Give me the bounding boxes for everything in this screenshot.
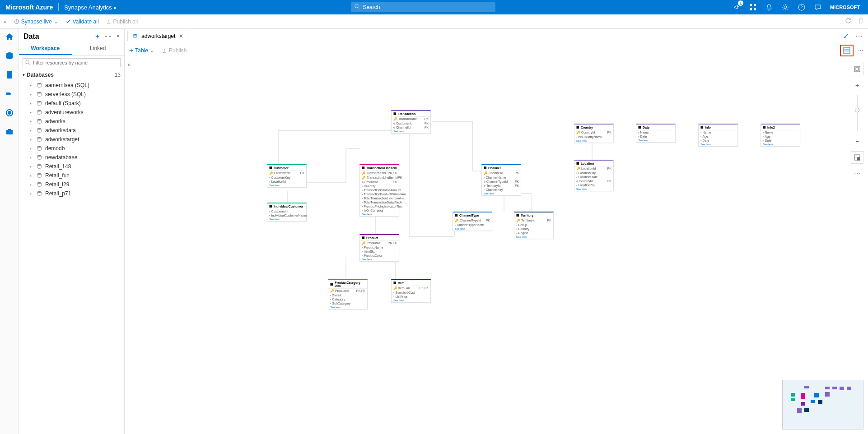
svg-line-1 bbox=[358, 7, 359, 9]
more-canvas-icon[interactable]: ⋯ bbox=[851, 167, 863, 180]
entity-country[interactable]: ▦Country 🔑CountryIdPK ▫IsoCountryName Se… bbox=[574, 124, 614, 143]
see-less-link[interactable]: See less bbox=[574, 187, 613, 191]
nav-manage[interactable] bbox=[3, 125, 16, 138]
fit-view-button[interactable] bbox=[851, 63, 863, 75]
db-item[interactable]: ▸adworkstarget bbox=[19, 135, 124, 144]
publish-button[interactable]: Publish bbox=[162, 47, 187, 54]
svg-point-6 bbox=[784, 6, 787, 9]
see-less-link[interactable]: See less bbox=[453, 227, 492, 231]
entity-customer[interactable]: ▦Customer 🔑CustomerIdPK ▫CustomerKey ▫Lo… bbox=[267, 164, 307, 188]
workspace-mode-selector[interactable]: Synapse live ⌄ bbox=[14, 18, 58, 25]
table-icon: ▦ bbox=[455, 213, 458, 217]
properties-button[interactable] bbox=[840, 45, 854, 56]
db-item[interactable]: ▸aamerrilsea (SQL) bbox=[19, 81, 124, 90]
entity-channel[interactable]: ▦Channel 🔑ChannelIdPK ▫ChannelName ⎆Chan… bbox=[481, 164, 521, 196]
svg-rect-32 bbox=[856, 68, 859, 70]
zoom-slider[interactable] bbox=[857, 95, 858, 131]
minimap[interactable] bbox=[782, 380, 863, 429]
db-item[interactable]: ▸adworks bbox=[19, 117, 124, 126]
entity-location[interactable]: ▦Location 🔑LocationIdPK ▫LocationCity ▫L… bbox=[574, 160, 614, 191]
more-icon[interactable]: ⋯ bbox=[855, 32, 863, 40]
expand-all-icon[interactable]: ⌄⌄ bbox=[104, 32, 112, 41]
search-input[interactable] bbox=[363, 4, 492, 10]
zoom-out-button[interactable]: − bbox=[851, 135, 863, 148]
diagram-canvas[interactable]: » ▦Transaction 🔑TransactionIdPK ⎆Custome… bbox=[125, 58, 868, 434]
entity-item[interactable]: ▦Item 🔑ItemSkuPK,FK ▫StandardCost ▫ListP… bbox=[391, 279, 431, 303]
caret-right-icon: ▸ bbox=[30, 111, 33, 115]
bell-icon[interactable] bbox=[765, 3, 773, 11]
entity-productcategorydim[interactable]: ▦ProductCategory Dim 🔑ProductIdPK,FK ▫St… bbox=[328, 279, 368, 309]
db-item[interactable]: ▸default (Spark) bbox=[19, 99, 124, 108]
db-item[interactable]: ▸adworksdata bbox=[19, 126, 124, 135]
entity-transactionlineitem[interactable]: ▦TransactionLineItem 🔑TransactionIdPK,FK… bbox=[359, 164, 399, 217]
entity-info2[interactable]: ▦Info2 ▫Name ▫Age ▫Date See less bbox=[761, 124, 800, 147]
see-less-link[interactable]: See less bbox=[360, 258, 399, 261]
tab-workspace[interactable]: Workspace bbox=[19, 42, 72, 55]
entity-territory[interactable]: ▦Territory 🔑TerritoryIdPK ▫Group ▫Countr… bbox=[514, 212, 554, 239]
open-tab[interactable]: adworkstarget ✕ bbox=[127, 31, 188, 41]
nav-home[interactable] bbox=[3, 31, 16, 43]
delete-icon[interactable] bbox=[857, 17, 864, 26]
db-item[interactable]: ▸Retail_fun bbox=[19, 171, 124, 180]
see-less-link[interactable]: See less bbox=[392, 299, 430, 302]
filter-input[interactable] bbox=[23, 58, 121, 67]
zoom-handle[interactable] bbox=[855, 108, 859, 112]
validate-all-button[interactable]: Validate all bbox=[65, 18, 99, 25]
tab-linked[interactable]: Linked bbox=[72, 42, 125, 55]
see-less-link[interactable]: See less bbox=[267, 184, 306, 187]
see-less-link[interactable]: See less bbox=[482, 192, 521, 195]
nav-integrate[interactable] bbox=[3, 88, 16, 100]
see-less-link[interactable]: See less bbox=[574, 139, 613, 143]
gear-icon[interactable] bbox=[781, 3, 789, 11]
publish-all-button[interactable]: Publish all bbox=[106, 18, 138, 25]
global-search[interactable] bbox=[351, 2, 495, 12]
add-table-button[interactable]: + Table ⌄ bbox=[129, 46, 154, 55]
see-less-link[interactable]: See less bbox=[267, 217, 306, 221]
see-less-link[interactable]: See less bbox=[514, 235, 553, 239]
account-label[interactable]: MICROSOFT bbox=[830, 5, 860, 10]
see-less-link[interactable]: See less bbox=[360, 212, 399, 216]
zoom-in-button[interactable]: + bbox=[851, 79, 863, 92]
databases-section[interactable]: ▾ Databases 13 bbox=[19, 70, 124, 80]
header-actions: 1 MICROSOFT bbox=[724, 3, 868, 11]
service-breadcrumb[interactable]: Synapse Analytics ▸ bbox=[64, 4, 117, 11]
db-item[interactable]: ▸Retail_l29 bbox=[19, 180, 124, 189]
feedback-icon[interactable] bbox=[814, 3, 822, 11]
expand-fullscreen-icon[interactable]: ⤢ bbox=[843, 32, 849, 40]
see-less-link[interactable]: See less bbox=[636, 139, 675, 142]
more-icon[interactable]: ⋯ bbox=[858, 47, 863, 54]
help-icon[interactable] bbox=[798, 3, 806, 11]
grid-icon[interactable] bbox=[749, 3, 757, 11]
entity-date[interactable]: ▦Date ▫Name ▫Date See less bbox=[636, 124, 676, 143]
nav-develop[interactable] bbox=[3, 69, 16, 81]
see-less-link[interactable]: See less bbox=[392, 129, 430, 133]
entity-channeltype[interactable]: ▦ChannelType 🔑ChannelTypeIdPK ▫ChannelTy… bbox=[453, 212, 492, 231]
entity-transaction[interactable]: ▦Transaction 🔑TransactionIdPK ⎆CustomerI… bbox=[391, 110, 431, 134]
nav-rail bbox=[0, 29, 19, 434]
db-item[interactable]: ▸demodb bbox=[19, 144, 124, 153]
nav-data[interactable] bbox=[3, 50, 16, 62]
entity-individualcustomer[interactable]: ▦IndividualCustomer ▫CustomerId ▫Individ… bbox=[267, 203, 307, 222]
refresh-icon[interactable] bbox=[845, 17, 852, 26]
svg-point-0 bbox=[355, 4, 359, 8]
see-less-link[interactable]: See less bbox=[328, 305, 367, 309]
db-item[interactable]: ▸Retail_148 bbox=[19, 162, 124, 171]
db-item[interactable]: ▸Retail_p71 bbox=[19, 189, 124, 198]
db-item[interactable]: ▸adventureworks bbox=[19, 108, 124, 117]
brand-label[interactable]: Microsoft Azure bbox=[5, 4, 53, 11]
db-item[interactable]: ▸serverless (SQL) bbox=[19, 90, 124, 99]
svg-point-20 bbox=[37, 137, 42, 139]
entity-product[interactable]: ▦Product 🔑ProductIdPK,FK ▫ProductName ▫I… bbox=[359, 234, 399, 262]
see-less-link[interactable]: See less bbox=[699, 143, 737, 146]
close-tab-icon[interactable]: ✕ bbox=[179, 33, 183, 39]
nav-monitor[interactable] bbox=[3, 106, 16, 119]
add-resource-button[interactable]: + bbox=[95, 32, 99, 41]
announcements-icon[interactable]: 1 bbox=[733, 3, 741, 11]
expand-rail-icon[interactable]: » bbox=[4, 18, 7, 25]
expand-panel-icon[interactable]: » bbox=[127, 61, 131, 68]
collapse-panel-icon[interactable]: « bbox=[117, 32, 120, 41]
see-less-link[interactable]: See less bbox=[761, 143, 800, 146]
toggle-minimap-button[interactable] bbox=[851, 151, 863, 164]
entity-info[interactable]: ▦Info ▫Name ▫Age ▫Date See less bbox=[698, 124, 738, 147]
db-item[interactable]: ▸newdatabase bbox=[19, 153, 124, 162]
